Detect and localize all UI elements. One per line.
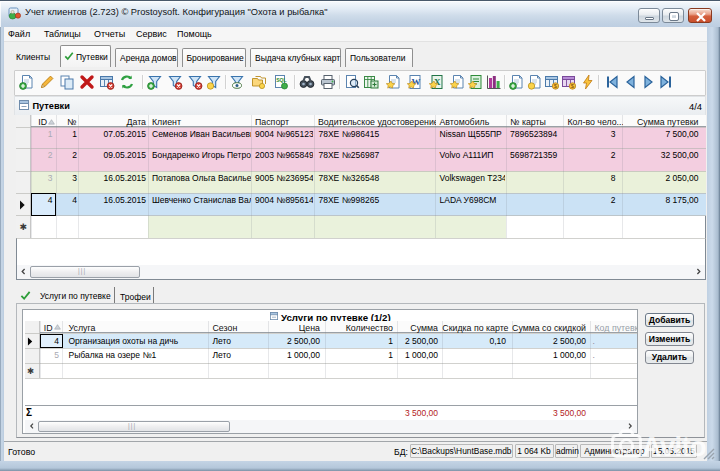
svg-text:Avito: Avito — [642, 432, 706, 462]
